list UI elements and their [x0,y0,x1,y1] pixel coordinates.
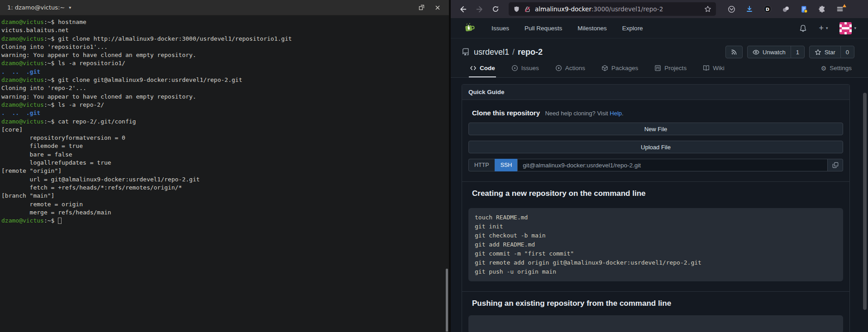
tab-issues[interactable]: Issues [510,65,540,77]
terminal-line: dzamo@victus:~$ hostname [1,18,447,26]
plus-icon: + [819,24,824,32]
terminal-line: victus.balaitus.net [1,26,447,34]
section-push-heading: Pushing an existing repository from the … [472,299,843,308]
lock-strike-icon[interactable] [524,6,531,13]
tab-actions[interactable]: Actions [554,65,586,77]
terminal-tab-title: 1: dzamo@victus:~ [7,4,65,11]
clone-help-text: Need help cloning? Visit Help. [545,110,623,117]
reload-icon [492,5,499,13]
tab-issues-label: Issues [521,65,539,71]
eye-icon [753,49,759,56]
terminal-line: remote = origin [1,200,447,209]
back-button[interactable] [456,2,470,16]
terminal-line: filemode = true [1,142,447,150]
browser-toolbar: almalinux9-docker:3000/usrdevel1/repo-2 … [451,0,868,18]
nav-link-pull-requests[interactable]: Pull Requests [525,25,562,32]
close-icon [435,5,440,10]
url-bar[interactable]: almalinux9-docker:3000/usrdevel1/repo-2 [509,2,716,16]
tab-packages-label: Packages [611,65,638,71]
ssh-button[interactable]: SSH [495,159,518,171]
create-new-button[interactable]: + ▾ [819,24,828,32]
shield-icon[interactable] [513,6,520,13]
tab-projects[interactable]: Projects [653,65,687,77]
terminal-line: dzamo@victus:~$ [1,217,447,225]
forward-button[interactable] [472,2,486,16]
terminal-close-button[interactable] [434,4,442,12]
watch-count[interactable]: 1 [791,46,804,58]
d-badge-icon: D [763,5,772,13]
clone-url-input[interactable]: git@almalinux9-docker:usrdevel1/repo-2.g… [517,159,828,171]
terminal-scrollbar[interactable] [446,269,448,332]
repo-separator: / [512,47,515,57]
upload-file-button[interactable]: Upload File [468,141,843,153]
nav-link-issues[interactable]: Issues [491,25,509,32]
tab-settings-label: Settings [830,65,852,71]
tab-code-label: Code [480,65,495,71]
puzzle-icon [818,5,826,13]
chevron-down-icon[interactable]: ▾ [69,5,71,10]
terminal-detach-button[interactable] [417,4,425,12]
tab-packages[interactable]: Packages [601,65,639,77]
terminal-line: dzamo@victus:~$ ls -a repositorio1/ [1,59,447,67]
bookmark-star-icon[interactable] [704,5,711,13]
unwatch-label: Unwatch [763,49,786,56]
tab-wiki-label: Wiki [713,65,725,71]
extension-d-button[interactable]: D [762,4,773,14]
reload-button[interactable] [489,2,502,16]
terminal-line: [remote "origin"] [1,167,447,175]
browser-scrollbar[interactable] [863,93,867,310]
repo-name[interactable]: repo-2 [518,47,543,57]
detach-icon [419,5,424,10]
nav-link-explore[interactable]: Explore [622,25,643,32]
copy-icon [832,162,839,168]
rss-button[interactable] [725,46,743,58]
star-button[interactable]: Star 0 [809,46,854,58]
divider [462,181,849,182]
shapes-icon [782,5,790,13]
user-avatar [839,22,852,34]
terminal-screen[interactable]: dzamo@victus:~$ hostnamevictus.balaitus.… [0,15,449,332]
star-count[interactable]: 0 [840,46,854,58]
notifications-button[interactable] [799,24,807,32]
extensions-puzzle-button[interactable] [816,4,827,14]
star-icon [815,49,821,56]
help-link[interactable]: Help [610,110,622,117]
chevron-down-icon: ▾ [826,26,828,30]
terminal-line: warning: You appear to have cloned an em… [1,93,447,101]
http-button[interactable]: HTTP [468,159,495,171]
clone-heading-row: Clone this repository Need help cloning?… [472,109,843,117]
terminal-line: dzamo@victus:~$ git clone http://almalin… [1,35,447,43]
project-board-icon [654,65,661,71]
star-label: Star [825,49,835,56]
copy-url-button[interactable] [828,159,843,171]
tab-wiki[interactable]: Wiki [702,65,725,77]
terminal-line: [branch "main"] [1,192,447,200]
terminal-line: bare = false [1,151,447,159]
nav-link-milestones[interactable]: Milestones [577,25,607,32]
menu-button[interactable] [835,4,845,14]
book-open-icon [703,65,710,71]
terminal-line: . .. .git [1,68,447,76]
toolbar-extensions: D [726,4,845,14]
terminal-line: dzamo@victus:~$ ls -a repo-2/ [1,101,447,109]
gitea-page: Issues Pull Requests Milestones Explore … [451,18,868,332]
download-button[interactable] [744,4,755,14]
tab-settings[interactable]: ⚙ Settings [820,65,853,77]
user-menu-button[interactable]: ▾ [839,22,856,34]
play-circle-icon [555,65,562,71]
tab-code[interactable]: Code [469,65,496,77]
update-badge [843,4,846,7]
extension-doc-button[interactable] [798,4,809,14]
new-file-button[interactable]: New File [468,123,843,135]
repo-owner[interactable]: usrdevel1 [474,47,509,57]
quick-guide-body: Clone this repository Need help cloning?… [462,100,849,332]
download-icon [746,5,753,13]
unwatch-button[interactable]: Unwatch 1 [747,46,805,58]
chevron-down-icon: ▾ [854,26,856,30]
divider [462,291,849,292]
clone-heading: Clone this repository [472,109,540,117]
pocket-button[interactable] [726,4,737,14]
url-text: almalinux9-docker:3000/usrdevel1/repo-2 [535,5,700,13]
extension-shapes-button[interactable] [780,4,791,14]
gitea-logo[interactable] [463,21,476,35]
